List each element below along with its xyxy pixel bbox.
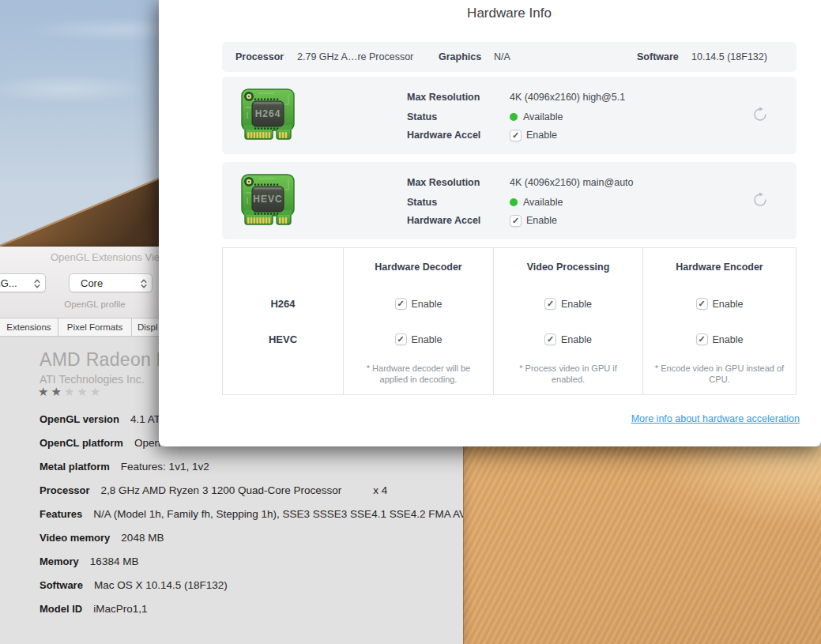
status-dot	[510, 198, 518, 206]
chip-label: HEVC	[253, 194, 282, 205]
gpu-name: AMD Radeon R	[40, 349, 170, 371]
hardware-accel-checkbox[interactable]: Enable	[510, 130, 557, 141]
info-label: OpenGL version	[40, 413, 119, 425]
checkbox-label: Enable	[561, 299, 592, 310]
encoder-footnote: * Encode video in GPU instead of CPU.	[643, 357, 796, 385]
table-row-h264-label: H264	[223, 286, 343, 322]
status-label: Status	[407, 111, 510, 122]
h264-chip-icon: H264	[239, 87, 296, 144]
codec-card-h264: H264 Max Resolution 4K (4096x2160) high@…	[222, 77, 797, 154]
max-resolution-value: 4K (4096x2160) high@5.1	[510, 92, 625, 103]
max-resolution-label: Max Resolution	[407, 177, 510, 188]
dialog-title: Hardware Info	[222, 6, 797, 21]
stars-empty: ★★★	[64, 385, 103, 398]
summary-processor-value: 2.79 GHz A…re Processor	[297, 42, 413, 72]
refresh-icon[interactable]	[752, 107, 768, 122]
stars-filled: ★★	[38, 385, 64, 398]
column-header: Video Processing	[494, 248, 642, 286]
wallpaper-sky	[0, 0, 159, 247]
hardware-accel-row: Hardware Accel Enable	[407, 127, 557, 143]
hardware-info-dialog: Hardware Info Processor 2.79 GHz A…re Pr…	[159, 0, 821, 446]
info-value: 16384 MB	[90, 555, 139, 567]
checkbox-label: Enable	[561, 334, 592, 345]
processing-footnote: * Process video in GPU if enabled.	[494, 357, 642, 385]
h264-decoder-checkbox[interactable]: Enable	[395, 298, 443, 310]
info-row-features: FeaturesN/A (Model 1h, Family fh, Steppi…	[40, 503, 463, 526]
info-label: Memory	[40, 555, 79, 567]
info-row-metal-platform: Metal platformFeatures: 1v1, 1v2	[40, 455, 209, 479]
info-label: OpenCL platform	[40, 437, 123, 449]
hevc-processing-checkbox[interactable]: Enable	[544, 333, 592, 345]
info-value: 4.1 AT	[130, 413, 160, 425]
status-label: Status	[407, 197, 510, 208]
hardware-accel-label: Hardware Accel	[407, 215, 510, 226]
status-row: Status Available	[407, 109, 563, 125]
hevc-decoder-checkbox[interactable]: Enable	[395, 333, 443, 345]
checkbox-label: Enable	[412, 299, 443, 310]
gpu-vendor: ATI Technologies Inc.	[40, 373, 145, 386]
desktop: OpenGL Extensions Vie penG... Core OpenG…	[0, 0, 821, 644]
star-rating: ★★★★★	[38, 385, 103, 399]
h264-processing-checkbox[interactable]: Enable	[544, 298, 592, 310]
checkbox-box	[696, 298, 708, 310]
video-processing-column: Video Processing Enable Enable * Process…	[493, 248, 642, 394]
profile-dropdown[interactable]: Core	[69, 273, 153, 292]
max-resolution-row: Max Resolution 4K (4096x2160) high@5.1	[407, 89, 625, 105]
system-summary-card: Processor 2.79 GHz A…re Processor Graphi…	[222, 42, 797, 72]
info-value: N/A (Model 1h, Family fh, Stepping 1h), …	[93, 508, 463, 520]
link-row: More info about hardware acceleration	[222, 413, 800, 424]
window-title: OpenGL Extensions Vie	[51, 251, 160, 263]
hardware-accel-checkbox[interactable]: Enable	[510, 215, 557, 227]
refresh-icon[interactable]	[752, 192, 768, 208]
column-header: Hardware Decoder	[344, 248, 493, 286]
info-value: Mac OS X 10.14.5 (18F132)	[94, 579, 228, 591]
info-label: Metal platform	[40, 461, 110, 473]
wallpaper-dune-ridge	[0, 0, 159, 247]
checkbox-label: Enable	[713, 334, 744, 345]
max-resolution-label: Max Resolution	[407, 92, 510, 103]
hardware-decoder-column: Hardware Decoder Enable Enable * Hardwar…	[343, 248, 493, 394]
hardware-accel-row: Hardware Accel Enable	[407, 213, 557, 228]
summary-graphics-value: N/A	[494, 42, 510, 72]
checkbox-label: Enable	[526, 130, 557, 141]
info-label: Model ID	[40, 603, 82, 615]
stepper-icon	[140, 277, 148, 290]
checkbox-box	[510, 130, 522, 141]
tab-pixel-formats[interactable]: Pixel Formats	[58, 318, 132, 336]
info-row-opencl-platform: OpenCL platformOpenC	[40, 431, 168, 455]
more-info-link[interactable]: More info about hardware acceleration	[631, 413, 800, 424]
checkbox-box	[510, 215, 522, 227]
info-label: Processor	[40, 484, 90, 496]
renderer-dropdown[interactable]: penG...	[0, 273, 46, 292]
checkbox-box	[544, 298, 556, 310]
codec-card-hevc: HEVC Max Resolution 4K (4096x2160) main@…	[222, 162, 797, 239]
chip-label: H264	[255, 108, 281, 119]
max-resolution-row: Max Resolution 4K (4096x2160) main@auto	[407, 175, 634, 190]
h264-encoder-checkbox[interactable]: Enable	[696, 298, 744, 310]
hevc-chip-icon: HEVC	[239, 172, 296, 229]
max-resolution-value: 4K (4096x2160) main@auto	[510, 177, 634, 188]
tab-extensions[interactable]: Extensions	[0, 318, 58, 336]
empty-header	[223, 248, 343, 286]
checkbox-label: Enable	[526, 215, 557, 226]
info-row-software: SoftwareMac OS X 10.14.5 (18F132)	[40, 574, 228, 597]
checkbox-box	[544, 333, 556, 345]
wallpaper-dune	[462, 446, 821, 644]
column-header: Hardware Encoder	[643, 248, 796, 286]
checkbox-box	[395, 298, 407, 310]
info-row-processor: Processor2,8 GHz AMD Ryzen 3 1200 Quad-C…	[40, 479, 387, 503]
codec-capability-table: H264 HEVC Hardware Decoder Enable Enable…	[222, 247, 797, 395]
info-label: Software	[40, 579, 83, 591]
info-label: Video memory	[40, 532, 110, 544]
info-label: Features	[40, 508, 82, 520]
codec-name-column: H264 HEVC	[223, 248, 343, 394]
renderer-dropdown-value: penG...	[0, 277, 17, 289]
checkbox-box	[395, 333, 407, 345]
info-row-memory: Memory16384 MB	[40, 550, 138, 574]
stepper-icon	[33, 277, 41, 290]
hevc-encoder-checkbox[interactable]: Enable	[696, 333, 744, 345]
status-value: Available	[523, 111, 563, 122]
info-extra: x 4	[373, 484, 387, 496]
info-row-model-id: Model IDiMacPro1,1	[40, 597, 147, 621]
info-row-opengl-version: OpenGL version4.1 AT	[40, 408, 160, 431]
